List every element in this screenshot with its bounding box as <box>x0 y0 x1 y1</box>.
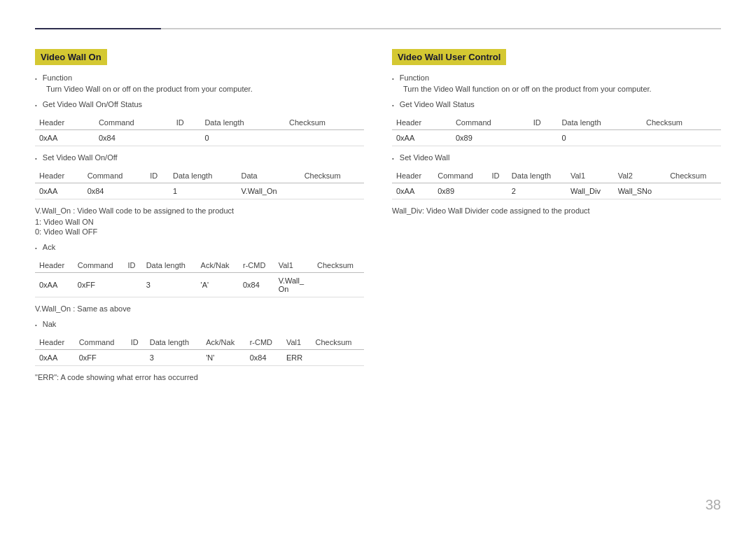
left-section-title: Video Wall On <box>35 49 107 65</box>
err-note: "ERR": A code showing what error has occ… <box>35 373 364 381</box>
cell-command: 0x89 <box>433 183 487 199</box>
bullet-icon-2: • <box>35 102 37 108</box>
col-header-datalength: Data length <box>200 115 285 130</box>
bullet-icon-4: • <box>35 245 37 251</box>
col-header-checksum: Checksum <box>285 115 364 130</box>
cell-command: 0x89 <box>451 130 529 146</box>
cell-header: 0xAA <box>392 130 451 146</box>
right-section-title: Video Wall User Control <box>392 49 506 65</box>
bullet-icon-r3: • <box>392 155 394 162</box>
cell-id <box>488 183 507 199</box>
col-h4: Data length <box>169 169 237 183</box>
table-row: 0xAA 0x84 0 <box>35 130 364 146</box>
get-status-label-r: Get Video Wall Status <box>400 100 475 108</box>
right-note1: Wall_Div: Video Wall Divider code assign… <box>392 206 721 215</box>
col-h2: Command <box>74 258 124 273</box>
col-h4: Data length <box>146 335 202 350</box>
cell-command: 0x84 <box>83 183 146 199</box>
table-row: 0xAA 0x89 2 Wall_Div Wall_SNo <box>392 183 721 199</box>
cell-rcmd: 0x84 <box>239 273 274 297</box>
col-header-command: Command <box>94 115 172 130</box>
ack-note: V.Wall_On : Same as above <box>35 304 364 313</box>
col-h6: Checksum <box>300 169 364 183</box>
set-label-r: Set Video Wall <box>400 153 450 162</box>
bullet-icon-r1: • <box>392 76 394 82</box>
col-h2: Command <box>83 169 146 183</box>
cell-command: 0x84 <box>94 130 172 146</box>
right-set-table: Header Command ID Data length Val1 Val2 … <box>392 169 721 199</box>
col-rh3: ID <box>488 169 507 183</box>
left-nak-table: Header Command ID Data length Ack/Nak r-… <box>35 335 364 366</box>
col-h7: Val1 <box>274 258 313 273</box>
col-rh5: Val1 <box>566 169 614 183</box>
cell-val2: Wall_SNo <box>614 183 666 199</box>
col-h3: ID <box>146 169 169 183</box>
col-h1: Header <box>35 258 74 273</box>
bullet-icon: • <box>35 76 37 82</box>
table-row: 0xAA 0x89 0 <box>392 130 721 146</box>
right-get-table: Header Command ID Data length Checksum 0… <box>392 115 721 146</box>
col-h4: Data length <box>142 258 197 273</box>
ack-label: Ack <box>43 243 55 251</box>
note1: V.Wall_On : Video Wall code to be assign… <box>35 206 364 215</box>
cell-datalength: 3 <box>142 273 197 297</box>
left-ack-table: Header Command ID Data length Ack/Nak r-… <box>35 258 364 297</box>
col-rh7: Checksum <box>666 169 721 183</box>
cell-header: 0xAA <box>35 350 75 366</box>
cell-command: 0xFF <box>75 350 127 366</box>
table-row: 0xAA 0xFF 3 'A' 0x84 V.Wall_On <box>35 273 364 297</box>
cell-id <box>146 183 169 199</box>
col-header-r4: Data length <box>557 115 642 130</box>
col-h5: Data <box>237 169 300 183</box>
note2: 1: Video Wall ON <box>35 218 364 226</box>
col-h1: Header <box>35 335 75 350</box>
col-header-r3: ID <box>529 115 558 130</box>
bullet-icon-5: • <box>35 322 37 328</box>
cell-datalength: 1 <box>169 183 237 199</box>
page-number: 38 <box>706 497 721 513</box>
cell-id <box>127 350 146 366</box>
col-header-header: Header <box>35 115 94 130</box>
function-label: Function <box>43 73 72 82</box>
cell-datalength: 3 <box>146 350 202 366</box>
set-label: Set Video Wall On/Off <box>43 153 118 162</box>
get-status-label: Get Video Wall On/Off Status <box>43 100 142 108</box>
cell-checksum <box>300 183 364 199</box>
left-column: Video Wall On • Function Turn Video Wall… <box>35 49 364 384</box>
col-h6: r-CMD <box>239 258 274 273</box>
cell-id <box>529 130 558 146</box>
cell-header: 0xAA <box>392 183 433 199</box>
function-label-r: Function <box>400 73 429 82</box>
cell-id <box>123 273 141 297</box>
col-header-id: ID <box>172 115 201 130</box>
col-h8: Checksum <box>312 335 364 350</box>
cell-checksum <box>642 130 721 146</box>
col-rh6: Val2 <box>614 169 666 183</box>
col-h2: Command <box>75 335 127 350</box>
cell-acknak: 'N' <box>202 350 245 366</box>
cell-val1: ERR <box>282 350 312 366</box>
cell-datalength: 2 <box>507 183 566 199</box>
col-rh2: Command <box>433 169 487 183</box>
cell-datalength: 0 <box>200 130 285 146</box>
cell-checksum <box>285 130 364 146</box>
top-line-accent <box>35 28 161 29</box>
col-header-r1: Header <box>392 115 451 130</box>
cell-command: 0xFF <box>74 273 124 297</box>
bullet-icon-3: • <box>35 155 37 162</box>
cell-rcmd: 0x84 <box>246 350 282 366</box>
col-header-r5: Checksum <box>642 115 721 130</box>
note3: 0: Video Wall OFF <box>35 227 364 236</box>
col-h5: Ack/Nak <box>197 258 239 273</box>
cell-datalength: 0 <box>557 130 642 146</box>
cell-header: 0xAA <box>35 130 94 146</box>
col-rh1: Header <box>392 169 433 183</box>
cell-val1: V.Wall_On <box>274 273 313 297</box>
cell-checksum <box>313 273 364 297</box>
col-h8: Checksum <box>313 258 364 273</box>
table-row: 0xAA 0xFF 3 'N' 0x84 ERR <box>35 350 364 366</box>
col-h5: Ack/Nak <box>202 335 245 350</box>
col-rh4: Data length <box>507 169 566 183</box>
cell-val1: Wall_Div <box>566 183 614 199</box>
cell-acknak: 'A' <box>197 273 239 297</box>
